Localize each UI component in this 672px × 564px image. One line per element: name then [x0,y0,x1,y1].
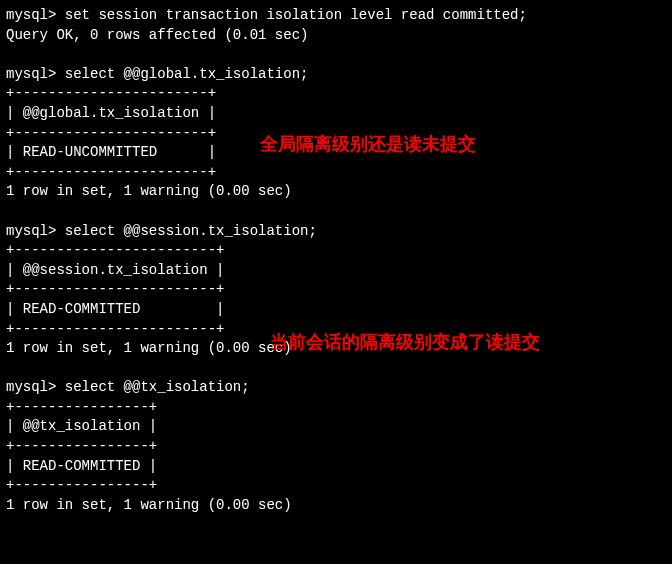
table-border: +------------------------+ [6,280,666,300]
query-result: 1 row in set, 1 warning (0.00 sec) [6,182,666,202]
blank-line [6,359,666,379]
table-border: +------------------------+ [6,241,666,261]
query-result: 1 row in set, 1 warning (0.00 sec) [6,496,666,516]
blank-line [6,45,666,65]
mysql-prompt: mysql> [6,66,65,82]
terminal-output: mysql> set session transaction isolation… [6,6,666,515]
sql-command: select @@tx_isolation; [65,379,250,395]
mysql-prompt: mysql> [6,7,65,23]
table-border: +-----------------------+ [6,163,666,183]
command-line-3: mysql> select @@session.tx_isolation; [6,222,666,242]
blank-line [6,202,666,222]
sql-command: select @@global.tx_isolation; [65,66,309,82]
annotation-global-isolation: 全局隔离级别还是读未提交 [260,132,476,157]
sql-command: set session transaction isolation level … [65,7,527,23]
table-border: +-----------------------+ [6,84,666,104]
query-result: Query OK, 0 rows affected (0.01 sec) [6,26,666,46]
mysql-prompt: mysql> [6,379,65,395]
table-header: | @@tx_isolation | [6,417,666,437]
table-header: | @@global.tx_isolation | [6,104,666,124]
annotation-session-isolation: 当前会话的隔离级别变成了读提交 [270,330,540,355]
table-value: | READ-COMMITTED | [6,300,666,320]
table-header: | @@session.tx_isolation | [6,261,666,281]
command-line-2: mysql> select @@global.tx_isolation; [6,65,666,85]
table-value: | READ-COMMITTED | [6,457,666,477]
table-border: +----------------+ [6,476,666,496]
table-border: +----------------+ [6,398,666,418]
command-line-1: mysql> set session transaction isolation… [6,6,666,26]
mysql-prompt: mysql> [6,223,65,239]
table-border: +----------------+ [6,437,666,457]
sql-command: select @@session.tx_isolation; [65,223,317,239]
command-line-4: mysql> select @@tx_isolation; [6,378,666,398]
